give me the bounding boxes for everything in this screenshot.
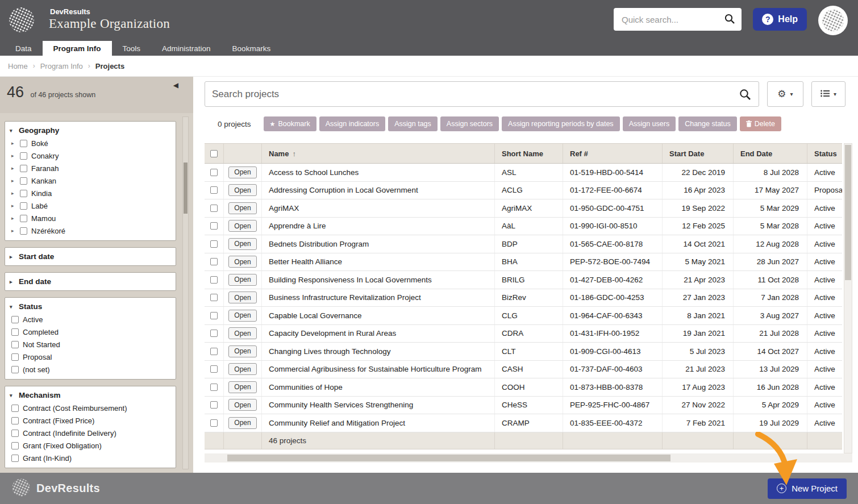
table-vertical-scrollbar-thumb[interactable] [845, 145, 851, 280]
table-row[interactable]: OpenApprendre à LireAàL01-990-IGI-00-851… [205, 218, 842, 236]
filter-option[interactable]: Completed [5, 326, 176, 338]
table-horizontal-scrollbar-thumb[interactable] [227, 455, 670, 461]
project-name[interactable]: Better Health Alliance [261, 253, 494, 271]
devresults-logo-icon[interactable] [8, 6, 35, 36]
table-row[interactable]: OpenChanging Lives through TechnologyCLT… [205, 343, 842, 361]
row-checkbox[interactable] [210, 276, 218, 284]
row-checkbox[interactable] [210, 186, 218, 194]
column-header-short-name[interactable]: Short Name [494, 144, 563, 163]
row-checkbox[interactable] [210, 384, 218, 391]
assign-sectors-button[interactable]: Assign sectors [440, 116, 499, 131]
tab-administration[interactable]: Administration [151, 41, 222, 56]
filter-checkbox[interactable] [20, 215, 27, 222]
sidebar-scrollbar-thumb[interactable] [184, 163, 188, 214]
filter-checkbox[interactable] [20, 202, 27, 210]
filter-option[interactable]: ▸Kankan [5, 174, 176, 187]
project-search-input[interactable] [205, 82, 759, 106]
select-all-checkbox[interactable] [210, 150, 218, 157]
filter-panel-start-date-title[interactable]: ▸ Start date [5, 249, 176, 263]
breadcrumb-projects[interactable]: Projects [95, 62, 124, 70]
project-name[interactable]: Communities of Hope [261, 378, 494, 396]
column-header-ref[interactable]: Ref # [563, 144, 662, 163]
filter-option[interactable]: Contract (Cost Reimbursement) [5, 402, 176, 414]
column-header-start-date[interactable]: Start Date [662, 144, 733, 163]
table-row[interactable]: OpenCapacity Development in Rural AreasC… [205, 325, 842, 343]
filter-option[interactable]: Not Started [5, 338, 176, 351]
tab-tools[interactable]: Tools [112, 41, 152, 56]
filter-checkbox[interactable] [20, 190, 27, 197]
filter-checkbox[interactable] [20, 140, 27, 147]
filter-checkbox[interactable] [20, 177, 27, 185]
assign-users-button[interactable]: Assign users [623, 116, 676, 131]
expand-caret-icon[interactable]: ▸ [11, 228, 16, 234]
expand-caret-icon[interactable]: ▸ [11, 190, 16, 196]
search-icon[interactable] [724, 14, 735, 27]
filter-option[interactable]: ▸Labé [5, 199, 176, 212]
project-name[interactable]: AgriMAX [261, 199, 494, 217]
settings-dropdown-button[interactable]: ⚙ ▾ [767, 81, 803, 107]
open-button[interactable]: Open [228, 381, 256, 393]
column-header-name[interactable]: Name ↑ [261, 144, 494, 163]
filter-option[interactable]: ▸Conakry [5, 149, 176, 162]
row-checkbox[interactable] [210, 169, 218, 176]
project-name[interactable]: Community Relief and Mitigation Project [261, 414, 494, 432]
quick-search-input[interactable] [614, 8, 742, 31]
filter-checkbox[interactable] [11, 442, 19, 449]
row-checkbox[interactable] [210, 294, 218, 301]
row-checkbox[interactable] [210, 365, 218, 373]
sidebar-collapse-icon[interactable]: ◀ [173, 81, 178, 89]
filter-option[interactable]: Contract (Indefinite Delivery) [5, 427, 176, 439]
project-name[interactable]: Access to School Lunches [261, 164, 494, 181]
project-name[interactable]: Commercial Agribusiness for Sustainable … [261, 361, 494, 378]
project-name[interactable]: Addressing Corruption in Local Governmen… [261, 182, 494, 199]
row-checkbox[interactable] [210, 401, 218, 409]
table-row[interactable]: OpenCommercial Agribusiness for Sustaina… [205, 361, 842, 379]
row-checkbox[interactable] [210, 330, 218, 337]
open-button[interactable]: Open [228, 238, 256, 250]
filter-checkbox[interactable] [11, 353, 19, 361]
sidebar-scrollbar[interactable] [182, 116, 189, 469]
user-avatar[interactable] [818, 6, 848, 35]
open-button[interactable]: Open [228, 274, 256, 286]
new-project-button[interactable]: + New Project [768, 478, 847, 499]
open-button[interactable]: Open [228, 363, 256, 375]
filter-checkbox[interactable] [11, 417, 19, 424]
table-row[interactable]: OpenCommunity Health Services Strengthen… [205, 397, 842, 415]
search-icon[interactable] [739, 89, 751, 103]
tab-bookmarks[interactable]: Bookmarks [222, 41, 282, 56]
filter-option[interactable]: ▸Mamou [5, 212, 176, 224]
assign-reporting-periods-by-dates-button[interactable]: Assign reporting periods by dates [502, 116, 620, 131]
project-name[interactable]: Community Health Services Strengthening [261, 397, 494, 414]
filter-panel-status-title[interactable]: ▾ Status [5, 299, 176, 313]
view-options-dropdown-button[interactable]: ▾ [811, 81, 845, 107]
filter-option[interactable]: Proposal [5, 351, 176, 363]
table-row[interactable]: OpenBuilding Responsiveness In Local Gov… [205, 271, 842, 289]
expand-caret-icon[interactable]: ▸ [11, 165, 16, 171]
table-row[interactable]: OpenAccess to School LunchesASL01-519-HB… [205, 164, 842, 182]
table-row[interactable]: OpenBetter Health AllianceBHAPEP-572-BOE… [205, 253, 842, 272]
filter-checkbox[interactable] [20, 152, 27, 160]
filter-panel-geography-title[interactable]: ▾ Geography [5, 123, 176, 137]
row-checkbox[interactable] [210, 222, 218, 230]
change-status-button[interactable]: Change status [678, 116, 737, 131]
expand-caret-icon[interactable]: ▸ [11, 215, 16, 221]
filter-panel-mechanism-title[interactable]: ▾ Mechanism [5, 388, 176, 402]
table-row[interactable]: OpenAddressing Corruption in Local Gover… [205, 182, 842, 200]
filter-option[interactable]: ▸Faranah [5, 162, 176, 174]
project-name[interactable]: Changing Lives through Technology [261, 343, 494, 360]
project-name[interactable]: Apprendre à Lire [261, 218, 494, 235]
expand-caret-icon[interactable]: ▸ [11, 140, 16, 146]
open-button[interactable]: Open [228, 166, 256, 178]
table-vertical-scrollbar[interactable] [844, 143, 852, 453]
open-button[interactable]: Open [228, 327, 256, 339]
column-header-status[interactable]: Status [807, 144, 842, 163]
table-row[interactable]: OpenCommunity Relief and Mitigation Proj… [205, 414, 842, 432]
table-row[interactable]: OpenBusiness Infrastructure Revitalizati… [205, 289, 842, 307]
filter-checkbox[interactable] [20, 165, 27, 172]
project-name[interactable]: Bednets Distribution Program [261, 235, 494, 253]
expand-caret-icon[interactable]: ▸ [11, 203, 16, 209]
row-checkbox[interactable] [210, 240, 218, 248]
open-button[interactable]: Open [228, 184, 256, 196]
table-horizontal-scrollbar[interactable] [205, 453, 852, 463]
open-button[interactable]: Open [228, 310, 256, 322]
